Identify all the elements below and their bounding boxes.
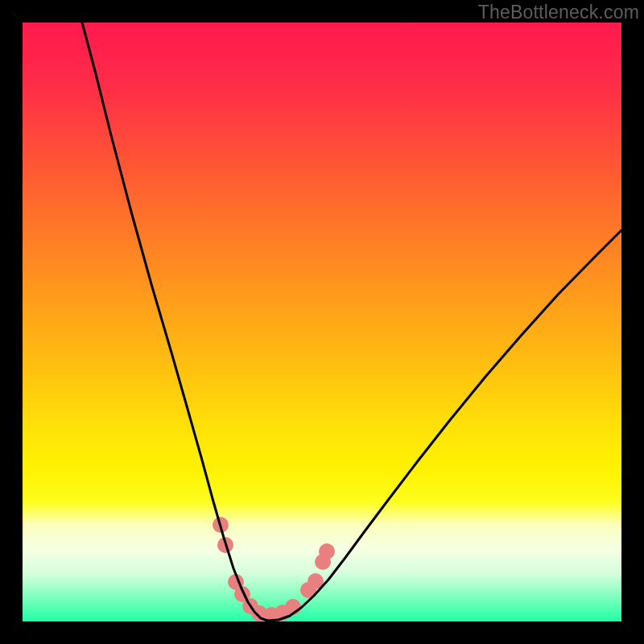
plot-area <box>23 23 621 621</box>
data-marker <box>319 543 335 559</box>
outer-frame: TheBottleneck.com <box>0 0 644 644</box>
chart-svg <box>23 23 621 621</box>
watermark-text: TheBottleneck.com <box>478 2 639 23</box>
